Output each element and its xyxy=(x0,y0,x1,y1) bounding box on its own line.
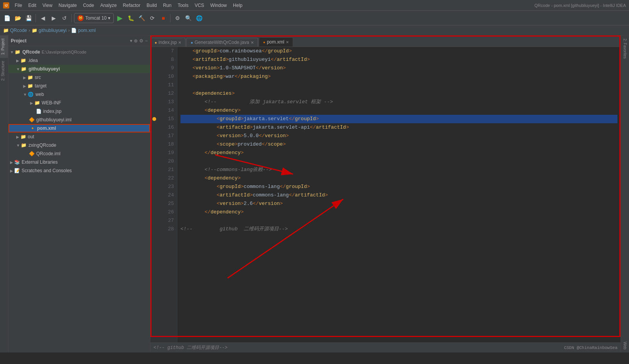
gutter-13 xyxy=(150,98,158,106)
menu-view[interactable]: View xyxy=(40,2,55,9)
tab-indexjsp[interactable]: ● index.jsp ✕ xyxy=(150,38,185,47)
expand-arrow: ▶ xyxy=(16,59,19,63)
debug-btn[interactable]: 🐛 xyxy=(126,13,135,23)
menu-build[interactable]: Build xyxy=(144,2,159,9)
panel-settings-btn[interactable]: ⚙ xyxy=(139,38,143,44)
code-editor[interactable]: <groupId>com.rainbowsea</groupId> <artif… xyxy=(177,47,621,342)
sidebar-item-project[interactable]: 1: Project xyxy=(0,35,8,58)
gutter-9 xyxy=(150,64,158,72)
tree-item-githubliuyueyi[interactable]: ▼ 📁 githubliuyueyi xyxy=(8,65,150,73)
menu-help[interactable]: Help xyxy=(231,2,245,9)
ln-15: 15 xyxy=(160,115,174,123)
toolbar: 📄 📂 💾 ◀ ▶ ↺ 🐱 Tomcat 10 ▾ ▶ 🐛 🔨 ⟳ ■ ⚙ 🔍 … xyxy=(0,11,629,25)
warning-icon xyxy=(152,117,156,121)
menu-tools[interactable]: Tools xyxy=(175,2,191,9)
tabs-bar: ● index.jsp ✕ ● GenerateWithQrCode.java … xyxy=(150,35,621,47)
save-btn[interactable]: 💾 xyxy=(24,13,33,23)
tab-close-btn2[interactable]: ✕ xyxy=(251,40,254,45)
status-right: CSDN @ChinaRainbowSea xyxy=(564,346,617,350)
expand-arrow: ▼ xyxy=(16,67,20,71)
menu-run[interactable]: Run xyxy=(161,2,174,9)
run-btn[interactable]: ▶ xyxy=(115,13,125,23)
code-line-23: <groupId>commons-lang</groupId> xyxy=(180,183,617,191)
gutter-8 xyxy=(150,55,158,64)
tree-item-web[interactable]: ▼ 🌐 web xyxy=(8,90,150,99)
gutter-16 xyxy=(150,123,158,132)
reload-btn[interactable]: ⟳ xyxy=(148,13,157,23)
gutter-19 xyxy=(150,149,158,157)
menu-analyze[interactable]: Analyze xyxy=(98,2,119,9)
tree-label: githubliuyueyi xyxy=(29,66,60,72)
menu-file[interactable]: File xyxy=(12,2,24,9)
folder-icon: 📁 xyxy=(20,57,26,64)
menu-vcs[interactable]: VCS xyxy=(192,2,207,9)
ln-10: 10 xyxy=(160,72,174,81)
jsp-tab-icon: ● xyxy=(155,40,157,45)
tree-item-external-libs[interactable]: ▶ 📚 External Libraries xyxy=(8,158,150,166)
settings-btn[interactable]: ⚙ xyxy=(173,13,182,23)
menu-bar: IJ File Edit View Navigate Code Analyze … xyxy=(0,0,629,11)
tree-item-target[interactable]: ▶ 📁 target xyxy=(8,82,150,90)
tree-label: Scratches and Consoles xyxy=(22,168,72,173)
tree-item-qrcodeiml[interactable]: 🔶 QRcode.iml xyxy=(8,149,150,158)
menu-window[interactable]: Window xyxy=(208,2,229,9)
tab-close-btn[interactable]: ✕ xyxy=(178,40,181,45)
stop-btn[interactable]: ■ xyxy=(159,13,168,23)
open-btn[interactable]: 📂 xyxy=(13,13,22,23)
tab-pomxml[interactable]: ● pom.xml ✕ xyxy=(259,37,293,47)
refresh-btn[interactable]: ↺ xyxy=(60,13,69,23)
tomcat-selector[interactable]: 🐱 Tomcat 10 ▾ xyxy=(74,13,114,23)
sidebar-item-structure[interactable]: 2: Structure xyxy=(0,58,8,84)
ln-11: 11 xyxy=(160,81,174,89)
sidebar-item-favorites[interactable]: 2: Favorites xyxy=(622,35,628,62)
gutter-25 xyxy=(150,200,158,208)
code-line-22: <dependency> xyxy=(180,174,617,183)
tree-item-zxingqrcode[interactable]: ▼ 📁 zxingQRcode xyxy=(8,141,150,149)
line-numbers: 7 8 9 10 11 12 13 14 15 16 17 18 19 20 2… xyxy=(158,47,177,342)
code-line-8: <artifactId>githubliuyueyi</artifactId> xyxy=(180,55,617,64)
menu-edit[interactable]: Edit xyxy=(26,2,39,9)
build-btn[interactable]: 🔨 xyxy=(137,13,146,23)
panel-header: Project ▾ ⊕ ⚙ − xyxy=(8,35,150,46)
panel-add-btn[interactable]: ⊕ xyxy=(134,38,138,44)
expand-arrow: ▼ xyxy=(10,50,14,54)
tree-item-iml[interactable]: 🔶 githubliuyueyi.iml xyxy=(8,116,150,124)
back-btn[interactable]: ◀ xyxy=(38,13,47,23)
scratches-icon: 📝 xyxy=(14,168,20,174)
breadcrumb-file[interactable]: pom.xml xyxy=(78,28,96,33)
sidebar-item-web[interactable]: Web xyxy=(622,339,628,352)
code-line-25: <version>2.6</version> xyxy=(180,200,617,208)
gutter-7 xyxy=(150,47,158,55)
gutter-11 xyxy=(150,81,158,89)
folder-icon: 📁 xyxy=(21,142,27,148)
tree-item-src[interactable]: ▶ 📁 src xyxy=(8,73,150,82)
qrcode-project-icon: 📁 xyxy=(3,28,8,33)
tree-item-scratches[interactable]: ▶ 📝 Scratches and Consoles xyxy=(8,166,150,175)
code-line-9: <version>1.0-SNAPSHOT</version> xyxy=(180,64,617,72)
panel-minimize-btn[interactable]: − xyxy=(145,38,148,44)
search-btn[interactable]: 🔍 xyxy=(184,13,193,23)
tab-close-btn3[interactable]: ✕ xyxy=(286,40,289,44)
menu-navigate[interactable]: Navigate xyxy=(56,2,79,9)
tree-item-out[interactable]: ▶ 📁 out xyxy=(8,133,150,141)
vertical-tabs-right: 2: Favorites Web xyxy=(621,35,629,352)
tree-item-idea[interactable]: ▶ 📁 .idea xyxy=(8,56,150,65)
tree-item-webinf[interactable]: ▶ 📁 WEB-INF xyxy=(8,99,150,107)
tomcat-icon: 🐱 xyxy=(78,15,84,21)
menu-code[interactable]: Code xyxy=(81,2,96,9)
tree-label: githubliuyueyi.iml xyxy=(36,117,71,122)
breadcrumb-module[interactable]: githubliuyueyi xyxy=(39,28,67,33)
tree-item-indexjsp[interactable]: 📄 index.jsp xyxy=(8,107,150,116)
translate-btn[interactable]: 🌐 xyxy=(194,13,204,23)
iml-file-icon2: 🔶 xyxy=(29,151,35,157)
forward-btn[interactable]: ▶ xyxy=(49,13,58,23)
menu-refactor[interactable]: Refactor xyxy=(121,2,143,9)
tab-generatewithqrcode[interactable]: ● GenerateWithQrCode.java ✕ xyxy=(186,38,258,47)
ln-18: 18 xyxy=(160,140,174,149)
breadcrumb-qrcode[interactable]: QRcode xyxy=(10,28,27,33)
ln-21: 21 xyxy=(160,166,174,174)
tree-item-pomxml[interactable]: 🔸 pom.xml xyxy=(8,124,150,133)
tree-item-qrcode[interactable]: ▼ 📁 QRcode E:\Java\project\QRcode xyxy=(8,48,150,56)
new-file-btn[interactable]: 📄 xyxy=(2,13,12,23)
ln-28: 28 xyxy=(160,225,174,233)
